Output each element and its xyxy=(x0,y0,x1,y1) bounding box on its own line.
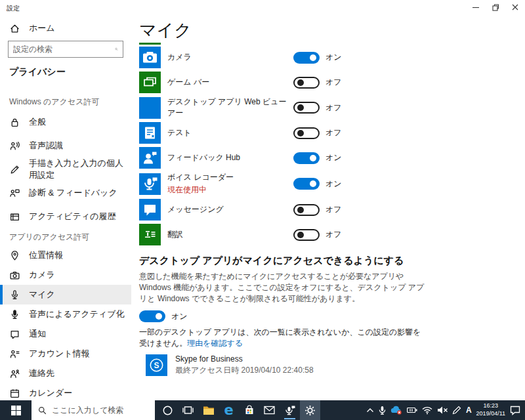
search-icon xyxy=(38,406,47,415)
feedback-hub-toggle[interactable] xyxy=(293,152,320,164)
app-row-gamebar: ゲーム バー オフ xyxy=(139,72,525,93)
windows-logo-icon xyxy=(11,406,21,415)
learn-why-link[interactable]: 理由を確認する xyxy=(187,339,243,348)
svg-text:S: S xyxy=(154,361,159,370)
volume-muted-icon[interactable] xyxy=(437,406,448,414)
action-center-icon xyxy=(510,406,520,415)
cortana-button[interactable] xyxy=(158,400,178,420)
voice-activation-icon xyxy=(9,309,20,320)
sidebar-section-title: プライバシー xyxy=(9,66,131,78)
sidebar-item-activity[interactable]: アクティビティの履歴 xyxy=(0,205,131,228)
toggle-state-label: オン xyxy=(326,152,342,163)
app-name: テスト xyxy=(167,127,293,138)
sidebar-item-general[interactable]: 全般 xyxy=(0,110,131,134)
sidebar-item-contacts[interactable]: 連絡先 xyxy=(0,364,131,383)
settings-taskbar-button[interactable] xyxy=(300,400,320,420)
sidebar-item-label: 全般 xyxy=(29,116,46,128)
webviewer-app-icon xyxy=(139,97,161,119)
app-name: デスクトップ アプリ Web ビューアー xyxy=(167,96,293,119)
toggle-state-label: オン xyxy=(171,311,188,322)
minimize-button[interactable] xyxy=(466,0,486,14)
desktop-apps-note: 一部のデスクトップ アプリは、次の一覧に表示されないか、この設定の影響を受けませ… xyxy=(139,327,425,349)
voice-recorder-icon xyxy=(285,405,295,416)
gamebar-toggle[interactable] xyxy=(293,77,320,89)
task-view-icon xyxy=(182,406,194,415)
location-icon xyxy=(9,250,20,261)
diagnostics-icon xyxy=(9,188,20,199)
sidebar-item-account-info[interactable]: アカウント情報 xyxy=(0,344,131,364)
taskbar-clock[interactable]: 16:23 2019/04/11 xyxy=(476,402,505,417)
translator-toggle[interactable] xyxy=(293,229,320,241)
sidebar-item-speech[interactable]: 音声認識 xyxy=(0,134,131,158)
feedback-hub-app-icon xyxy=(139,147,161,169)
edge-icon: e xyxy=(224,404,233,417)
sidebar-item-voice-activation[interactable]: 音声によるアクティブ化 xyxy=(0,304,131,324)
sidebar-item-label: カメラ xyxy=(29,269,55,281)
calendar-icon xyxy=(9,388,20,399)
ime-mode-indicator[interactable]: A xyxy=(466,406,472,415)
app-name: カメラ xyxy=(167,52,293,63)
desktop-app-name: Skype for Business xyxy=(175,354,314,364)
hidden-icons-button[interactable] xyxy=(366,408,374,413)
taskbar-search-input[interactable] xyxy=(52,406,144,415)
sidebar-item-label: 音声認識 xyxy=(29,140,63,152)
messaging-toggle[interactable] xyxy=(293,204,320,216)
webviewer-toggle[interactable] xyxy=(293,102,320,114)
settings-search-box[interactable] xyxy=(8,41,123,58)
start-button[interactable] xyxy=(0,400,32,420)
sidebar-item-label: アクティビティの履歴 xyxy=(29,211,116,222)
sidebar-item-label: 通知 xyxy=(29,328,46,340)
activity-history-icon xyxy=(9,211,20,222)
desktop-apps-toggle[interactable] xyxy=(139,310,165,322)
edge-button[interactable]: e xyxy=(219,400,239,420)
app-permission-list: カメラ オン ゲーム バー オフ デスクトップ アプリ Web ビューアー オフ… xyxy=(139,47,525,245)
restore-icon xyxy=(492,4,499,11)
app-row-camera: カメラ オン xyxy=(139,47,525,68)
contacts-icon xyxy=(9,368,20,379)
voice-recorder-toggle[interactable] xyxy=(293,178,320,190)
task-view-button[interactable] xyxy=(178,400,198,420)
test-toggle[interactable] xyxy=(293,127,320,139)
app-name: メッセージング xyxy=(167,204,293,215)
sidebar-item-camera[interactable]: カメラ xyxy=(0,265,131,285)
title-underline xyxy=(139,43,161,45)
desktop-apps-heading: デスクトップ アプリがマイクにアクセスできるようにする xyxy=(139,255,525,267)
settings-gear-icon xyxy=(304,405,316,416)
gamebar-app-icon xyxy=(139,72,161,93)
onedrive-sync-error-icon[interactable] xyxy=(390,406,402,415)
sidebar-item-microphone[interactable]: マイク xyxy=(0,285,131,304)
settings-search-input[interactable] xyxy=(13,45,115,54)
desktop-apps-description: 意図した機能を果たすためにマイクにアクセスすることが必要なアプリや Window… xyxy=(139,271,425,304)
sidebar-item-label: 位置情報 xyxy=(29,249,63,261)
in-use-status: 現在使用中 xyxy=(167,184,293,196)
speech-recognition-icon xyxy=(9,140,20,152)
sidebar-item-location[interactable]: 位置情報 xyxy=(0,245,131,265)
windows-ink-pen-icon[interactable] xyxy=(452,406,461,415)
sidebar-item-calendar[interactable]: カレンダー xyxy=(0,383,131,400)
taskbar-search-box[interactable] xyxy=(32,400,155,420)
file-explorer-button[interactable] xyxy=(198,400,219,420)
wifi-icon[interactable] xyxy=(422,406,432,415)
home-icon xyxy=(9,23,20,34)
close-button[interactable] xyxy=(505,0,525,14)
sidebar-item-notifications[interactable]: 通知 xyxy=(0,324,131,344)
app-row-translator: 翻訳 オフ xyxy=(139,224,525,245)
sidebar-item-inking[interactable]: 手描き入力と入力の個人用設定 xyxy=(0,158,131,181)
sidebar-item-home[interactable]: ホーム xyxy=(0,18,131,38)
sidebar-item-diagnostics[interactable]: 診断 & フィードバック xyxy=(0,181,131,205)
sidebar-item-label: カレンダー xyxy=(29,387,72,399)
store-icon xyxy=(244,405,255,415)
taskbar-date: 2019/04/11 xyxy=(476,410,505,418)
tray-microphone-icon[interactable] xyxy=(379,406,386,415)
app-row-voice-recorder: ボイス レコーダー 現在使用中 オン xyxy=(139,172,525,196)
store-button[interactable] xyxy=(239,400,259,420)
camera-toggle[interactable] xyxy=(293,52,320,64)
window-title: 設定 xyxy=(7,4,20,13)
voice-recorder-taskbar-button[interactable] xyxy=(280,400,300,420)
battery-icon[interactable] xyxy=(407,407,417,413)
mail-button[interactable] xyxy=(259,400,280,420)
action-center-button[interactable] xyxy=(510,406,520,415)
restore-button[interactable] xyxy=(486,0,505,14)
last-access-time: 最終アクセス日時 2019/04/10 22:40:58 xyxy=(175,365,314,376)
note-text: 一部のデスクトップ アプリは、次の一覧に表示されないか、この設定の影響を受けませ… xyxy=(139,327,421,348)
